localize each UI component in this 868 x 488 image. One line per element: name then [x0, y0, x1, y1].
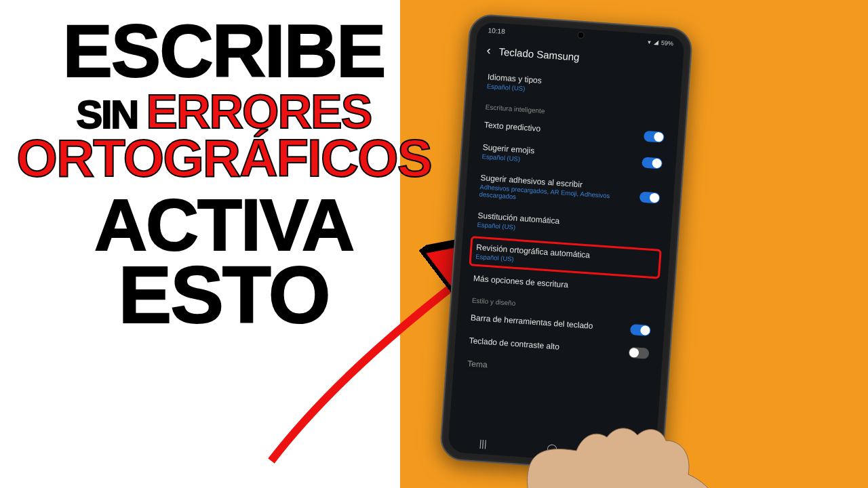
thumbnail-headline: ESCRIBE SINERRORES ORTOGRÁFICOS ACTIVA E…	[37, 14, 410, 335]
headline-word-esto: ESTO	[118, 255, 329, 335]
toggle-barra-herramientas[interactable]	[630, 324, 651, 336]
header-title: Teclado Samsung	[498, 45, 580, 62]
nav-home-icon[interactable]: ◯	[545, 443, 559, 454]
headline-word-ortograficos: ORTOGRÁFICOS	[16, 131, 431, 184]
toggle-sugerir-emojis[interactable]	[642, 157, 663, 169]
status-time: 10:18	[488, 26, 505, 35]
nav-recent-icon[interactable]: |||	[476, 437, 490, 449]
toggle-contraste-alto[interactable]	[629, 347, 650, 359]
back-icon[interactable]: ‹	[486, 43, 491, 58]
toggle-sugerir-adhesivos[interactable]	[639, 191, 660, 203]
wifi-icon: ▾	[648, 38, 652, 45]
toggle-texto-predictivo[interactable]	[644, 130, 665, 142]
battery-text: 59%	[661, 39, 674, 47]
settings-list: Idiomas y tipos Español (US) Escritura i…	[450, 65, 682, 443]
headline-word-escribe: ESCRIBE	[63, 14, 385, 88]
phone-mockup: 10:18 ▾ ◢ 59% ‹ Teclado Samsung Idiomas …	[439, 13, 693, 474]
signal-icon: ◢	[654, 39, 659, 45]
nav-back-icon[interactable]: ‹	[614, 447, 628, 459]
